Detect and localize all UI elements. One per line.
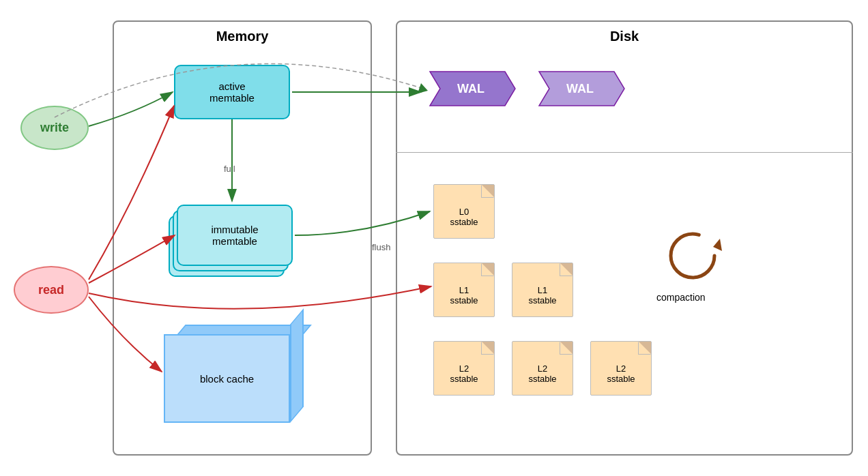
sstable-l0-0: L0 sstable xyxy=(433,184,495,239)
wal2-shape: WAL xyxy=(532,68,628,109)
sstable-l1-0: L1 sstable xyxy=(433,263,495,317)
memory-title: Memory xyxy=(114,22,371,44)
full-label: full xyxy=(224,164,235,174)
immutable-memtable: immutable memtable xyxy=(177,205,293,266)
read-node: read xyxy=(14,266,89,314)
sstable-l1-1: L1 sstable xyxy=(512,263,573,317)
svg-point-4 xyxy=(671,234,714,278)
block-cache-side xyxy=(290,308,304,423)
write-node: write xyxy=(20,106,89,150)
flush-label: flush xyxy=(372,242,390,252)
compaction-label: compaction xyxy=(656,292,706,303)
sstable-l2-1: L2 sstable xyxy=(512,341,573,396)
disk-title: Disk xyxy=(397,22,852,44)
disk-separator xyxy=(396,152,853,153)
svg-marker-5 xyxy=(713,239,722,251)
diagram-container: Memory Disk write read active memtable i… xyxy=(0,0,868,476)
sstable-l2-2: L2 sstable xyxy=(590,341,652,396)
wal1-shape: WAL xyxy=(423,68,519,109)
sstable-l2-0: L2 sstable xyxy=(433,341,495,396)
svg-text:WAL: WAL xyxy=(566,82,594,95)
block-cache-label: block cache xyxy=(164,334,290,423)
svg-text:WAL: WAL xyxy=(457,82,484,95)
compaction-icon xyxy=(662,225,723,286)
active-memtable: active memtable xyxy=(174,65,290,119)
